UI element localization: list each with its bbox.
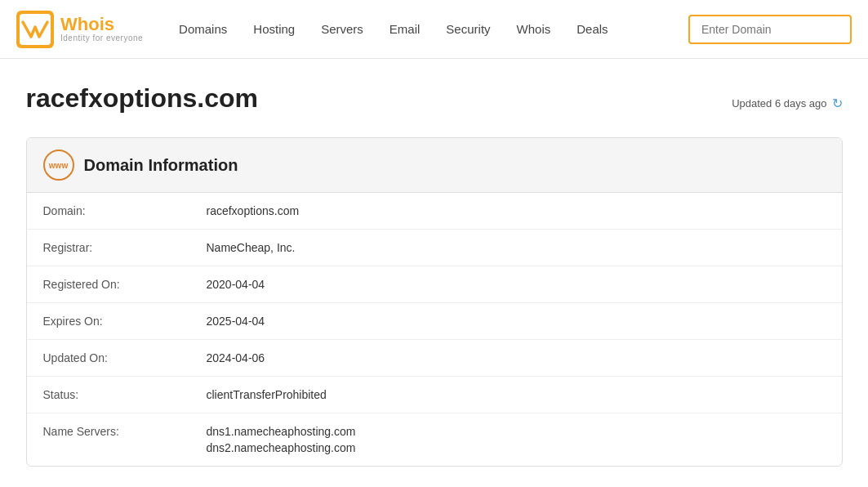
- table-row: Domain: racefxoptions.com: [27, 193, 842, 230]
- card-header: www Domain Information: [27, 138, 842, 193]
- row-value-name-servers: dns1.namecheaphosting.com dns2.namecheap…: [207, 425, 356, 454]
- updated-text: Updated 6 days ago: [732, 97, 826, 109]
- nav-email[interactable]: Email: [378, 16, 432, 42]
- card-title: Domain Information: [84, 156, 238, 175]
- table-row: Name Servers: dns1.namecheaphosting.com …: [27, 413, 842, 466]
- row-value-domain: racefxoptions.com: [207, 204, 300, 217]
- table-row: Registered On: 2020-04-04: [27, 266, 842, 303]
- row-label-status: Status:: [43, 388, 207, 401]
- logo-link[interactable]: Whois Identity for everyone: [16, 11, 143, 48]
- nav-security[interactable]: Security: [434, 16, 501, 42]
- row-label-expires-on: Expires On:: [43, 315, 207, 328]
- domain-search-input[interactable]: [688, 15, 852, 44]
- refresh-icon[interactable]: ↻: [832, 96, 843, 111]
- table-row: Status: clientTransferProhibited: [27, 377, 842, 413]
- nav-hosting[interactable]: Hosting: [242, 16, 306, 42]
- nameserver-2: dns2.namecheaphosting.com: [207, 441, 356, 454]
- main-content: racefxoptions.com Updated 6 days ago ↻ w…: [10, 83, 859, 467]
- logo-tagline: Identity for everyone: [60, 34, 143, 42]
- nameserver-1: dns1.namecheaphosting.com: [207, 425, 356, 438]
- nav-whois[interactable]: Whois: [505, 16, 563, 42]
- www-icon: www: [43, 150, 74, 181]
- domain-title: racefxoptions.com: [26, 83, 259, 114]
- info-card: www Domain Information Domain: racefxopt…: [26, 137, 843, 467]
- row-value-registrar: NameCheap, Inc.: [207, 241, 296, 254]
- logo-icon: [16, 11, 54, 48]
- row-label-name-servers: Name Servers:: [43, 425, 207, 438]
- table-row: Registrar: NameCheap, Inc.: [27, 230, 842, 266]
- row-label-registrar: Registrar:: [43, 241, 207, 254]
- row-label-registered-on: Registered On:: [43, 278, 207, 291]
- nav-deals[interactable]: Deals: [565, 16, 619, 42]
- table-row: Updated On: 2024-04-06: [27, 340, 842, 377]
- logo-brand: Whois: [60, 16, 143, 34]
- nav-links: Domains Hosting Servers Email Security W…: [167, 16, 688, 42]
- table-row: Expires On: 2025-04-04: [27, 303, 842, 340]
- row-value-status: clientTransferProhibited: [207, 388, 327, 401]
- logo-text: Whois Identity for everyone: [60, 16, 143, 42]
- navbar: Whois Identity for everyone Domains Host…: [0, 0, 868, 59]
- row-value-updated-on: 2024-04-06: [207, 351, 265, 364]
- nav-servers[interactable]: Servers: [309, 16, 375, 42]
- row-label-updated-on: Updated On:: [43, 351, 207, 364]
- row-value-expires-on: 2025-04-04: [207, 315, 265, 328]
- row-label-domain: Domain:: [43, 204, 207, 217]
- row-value-registered-on: 2020-04-04: [207, 278, 265, 291]
- updated-line: Updated 6 days ago ↻: [732, 96, 842, 111]
- nav-domains[interactable]: Domains: [167, 16, 238, 42]
